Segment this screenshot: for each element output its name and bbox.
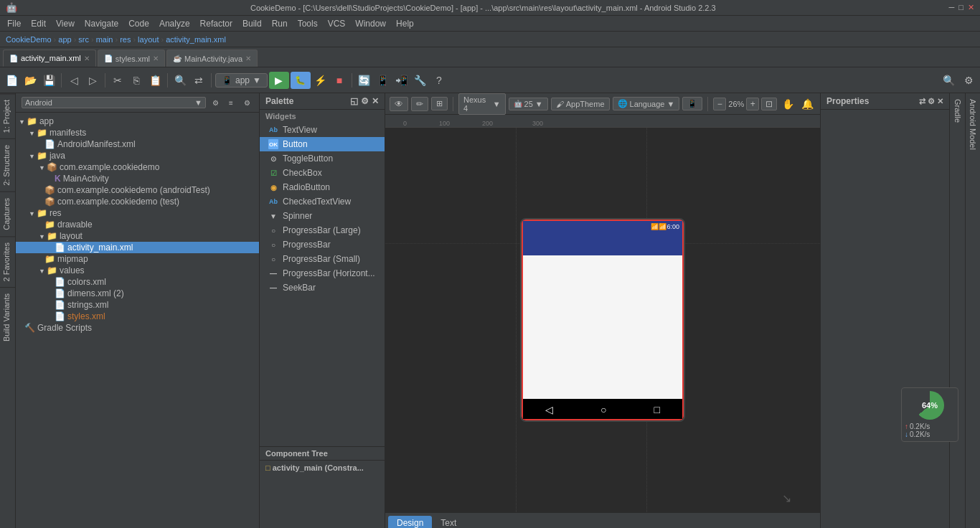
tree-item-15[interactable]: 📄colors.xml	[16, 276, 259, 288]
avd-manager-btn[interactable]: 📲	[393, 72, 410, 89]
undo-btn[interactable]: ◁	[65, 72, 83, 89]
properties-close-icon[interactable]: ✕	[937, 97, 943, 106]
sidebar-item-captures[interactable]: Captures	[0, 192, 15, 236]
breadcrumb-item-res[interactable]: res	[120, 35, 131, 44]
tree-item-19[interactable]: 🔨Gradle Scripts	[16, 322, 259, 334]
menu-item-analyze[interactable]: Analyze	[155, 17, 194, 30]
save-btn[interactable]: 💾	[40, 72, 57, 89]
menu-item-edit[interactable]: Edit	[27, 17, 50, 30]
help-btn[interactable]: ?	[430, 72, 448, 89]
tree-item-1[interactable]: ▼📁app	[16, 116, 259, 127]
palette-item-progressbar[interactable]: ○ ProgressBar	[260, 237, 385, 252]
collapse-btn[interactable]: ≡	[225, 96, 237, 109]
paste-btn[interactable]: 📋	[146, 72, 164, 89]
run-btn[interactable]: ▶	[269, 72, 289, 89]
palette-item-progressbar-horiz[interactable]: — ProgressBar (Horizont...	[260, 266, 385, 280]
palette-item-progressbar-large[interactable]: ○ ProgressBar (Large)	[260, 223, 385, 237]
designer-canvas[interactable]: 📶 📶 6:00 ◁ ○ □	[385, 128, 820, 512]
breadcrumb-item-src[interactable]: src	[78, 35, 89, 44]
tree-item-14[interactable]: ▼📁values	[16, 265, 259, 276]
tree-item-13[interactable]: 📁mipmap	[16, 253, 259, 265]
tab-text[interactable]: Text	[432, 516, 465, 529]
sidebar-item-favorites[interactable]: 2 Favorites	[0, 236, 15, 287]
stop-btn[interactable]: ■	[331, 72, 348, 89]
sync-btn[interactable]: ⚙	[209, 96, 222, 109]
tab-close-icon[interactable]: ✕	[153, 55, 159, 62]
new-btn[interactable]: 📄	[3, 72, 20, 89]
properties-expand-icon[interactable]: ⇄	[919, 97, 925, 106]
menu-item-refactor[interactable]: Refactor	[196, 17, 237, 30]
both-view-btn[interactable]: ⊞	[431, 97, 448, 110]
phone-preview[interactable]: 📶 📶 6:00 ◁ ○ □	[520, 218, 685, 422]
close-btn[interactable]: ✕	[968, 3, 974, 12]
project-view-dropdown[interactable]: Android ▼	[22, 97, 206, 108]
back-btn-icon[interactable]: ◁	[545, 404, 553, 415]
tree-item-4[interactable]: ▼📁java	[16, 150, 259, 161]
tree-item-3[interactable]: 📄AndroidManifest.xml	[16, 138, 259, 150]
home-btn-icon[interactable]: ○	[600, 404, 606, 415]
palette-item-togglebutton[interactable]: ⊙ ToggleButton	[260, 151, 385, 166]
tree-item-12[interactable]: 📄activity_main.xml	[16, 242, 259, 253]
device-type-btn[interactable]: 📱	[682, 97, 702, 110]
cut-btn[interactable]: ✂	[109, 72, 126, 89]
settings-btn[interactable]: ⚙	[960, 72, 977, 89]
sdk-manager-btn[interactable]: 🔧	[412, 72, 429, 89]
tree-item-11[interactable]: ▼📁layout	[16, 230, 259, 242]
resize-handle[interactable]: ↘	[782, 491, 791, 505]
tree-item-5[interactable]: ▼📦com.example.cookiedemo	[16, 161, 259, 173]
palette-close-icon[interactable]: ✕	[372, 96, 379, 106]
gradle-tab[interactable]: Gradle	[951, 93, 965, 128]
breadcrumb-item-main[interactable]: main	[96, 35, 113, 44]
palette-item-button[interactable]: OK Button	[260, 137, 385, 151]
device-selector[interactable]: Nexus 4 ▼	[458, 93, 506, 115]
open-btn[interactable]: 📂	[22, 72, 39, 89]
tree-item-9[interactable]: ▼📁res	[16, 207, 259, 219]
tree-item-10[interactable]: 📁drawable	[16, 219, 259, 230]
minimize-btn[interactable]: ─	[949, 3, 955, 12]
breadcrumb-item-app[interactable]: app	[58, 35, 71, 44]
palette-item-spinner[interactable]: ▼ Spinner	[260, 209, 385, 223]
replace-btn[interactable]: ⇄	[190, 72, 207, 89]
palette-item-checkedtextview[interactable]: Ab CheckedTextView	[260, 194, 385, 209]
tree-item-16[interactable]: 📄dimens.xml (2)	[16, 288, 259, 299]
tree-item-7[interactable]: 📦com.example.cookiedemo (androidTest)	[16, 184, 259, 196]
sidebar-item-structure[interactable]: 2: Structure	[0, 138, 15, 192]
blueprint-view-btn[interactable]: ✏	[411, 97, 428, 111]
palette-item-textview[interactable]: Ab TextView	[260, 123, 385, 137]
android-model-tab[interactable]: Android Model	[965, 93, 980, 528]
search-everywhere-btn[interactable]: 🔍	[940, 72, 957, 89]
zoom-in-btn[interactable]: +	[746, 98, 759, 110]
profile-btn[interactable]: ⚡	[312, 72, 329, 89]
menu-item-run[interactable]: Run	[268, 17, 292, 30]
tree-item-8[interactable]: 📦com.example.cookiedemo (test)	[16, 196, 259, 207]
menu-item-code[interactable]: Code	[124, 17, 154, 30]
fit-screen-btn[interactable]: ⊡	[761, 98, 777, 110]
app-selector[interactable]: 📱 app ▼	[215, 73, 268, 88]
breadcrumb-item-layout[interactable]: layout	[138, 35, 159, 44]
redo-btn[interactable]: ▷	[84, 72, 101, 89]
tab-close-icon[interactable]: ✕	[84, 55, 90, 62]
editor-tab-styles-xml[interactable]: 📄styles.xml ✕	[98, 50, 165, 67]
editor-tab-mainactivity-java[interactable]: ☕MainActivity.java ✕	[166, 50, 258, 67]
tree-item-2[interactable]: ▼📁manifests	[16, 127, 259, 138]
breadcrumb-item-activity-main-xml[interactable]: activity_main.xml	[166, 35, 226, 44]
palette-toggle-icon[interactable]: ◱	[350, 96, 358, 106]
menu-item-vcs[interactable]: VCS	[324, 17, 350, 30]
component-tree-root[interactable]: activity_main (Constra...	[273, 463, 364, 472]
maximize-btn[interactable]: □	[958, 3, 963, 12]
palette-item-progressbar-small[interactable]: ○ ProgressBar (Small)	[260, 252, 385, 266]
tree-item-17[interactable]: 📄strings.xml	[16, 299, 259, 311]
zoom-out-btn[interactable]: −	[713, 98, 726, 110]
menu-item-navigate[interactable]: Navigate	[80, 17, 123, 30]
tree-item-6[interactable]: KMainActivity	[16, 173, 259, 184]
device-manager-btn[interactable]: 📱	[374, 72, 392, 89]
language-selector[interactable]: 🌐 Language ▼	[613, 97, 680, 110]
palette-item-checkbox[interactable]: ☑ CheckBox	[260, 166, 385, 180]
debug-btn[interactable]: 🐛	[291, 72, 311, 89]
copy-btn[interactable]: ⎘	[128, 72, 145, 89]
menu-item-tools[interactable]: Tools	[293, 17, 322, 30]
tree-item-18[interactable]: 📄styles.xml	[16, 311, 259, 322]
menu-item-view[interactable]: View	[52, 17, 79, 30]
menu-item-window[interactable]: Window	[351, 17, 390, 30]
notification-btn[interactable]: 🔔	[799, 95, 816, 113]
